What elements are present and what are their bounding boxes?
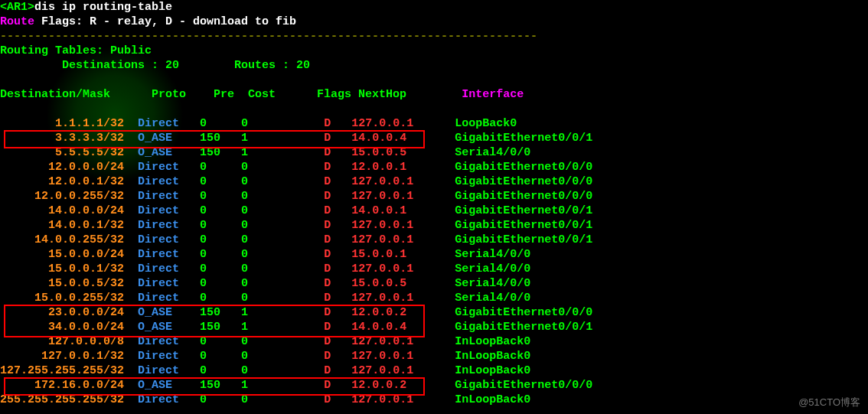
route-row: 15.0.0.1/32 Direct 0 0 D 127.0.0.1 Seria…	[0, 262, 868, 276]
route-dest: 127.255.255.255/32	[0, 364, 124, 377]
hdr-interface: Interface	[462, 88, 524, 101]
blank-2	[0, 102, 868, 116]
route-row: 127.0.0.0/8 Direct 0 0 D 127.0.0.1 InLoo…	[0, 334, 868, 349]
route-pre: 0	[200, 364, 234, 377]
route-interface: GigabitEthernet0/0/0	[455, 379, 592, 392]
route-flags: D	[324, 146, 331, 159]
route-row: 34.0.0.0/24 O_ASE 150 1 D 14.0.0.4 Gigab…	[0, 320, 868, 334]
route-row: 15.0.0.0/24 Direct 0 0 D 15.0.0.1 Serial…	[0, 247, 868, 262]
route-nexthop: 127.0.0.1	[351, 350, 455, 363]
route-cost: 1	[241, 379, 269, 392]
route-proto: O_ASE	[138, 306, 186, 319]
route-interface: Serial4/0/0	[455, 277, 530, 290]
route-dest: 15.0.0.255/32	[0, 292, 124, 305]
route-nexthop: 15.0.0.5	[351, 277, 455, 290]
route-proto: Direct	[138, 262, 186, 275]
route-flags: D	[324, 321, 331, 334]
route-interface: GigabitEthernet0/0/1	[455, 321, 592, 334]
route-nexthop: 12.0.0.1	[351, 161, 455, 174]
route-dest: 15.0.0.1/32	[0, 262, 124, 275]
route-dest: 255.255.255.255/32	[0, 393, 124, 406]
route-cost: 0	[241, 335, 269, 348]
route-cost: 0	[241, 204, 269, 217]
routes-count-value: 20	[296, 59, 310, 72]
route-nexthop: 127.0.0.1	[351, 292, 455, 305]
route-pre: 0	[200, 248, 234, 261]
route-cost: 0	[241, 175, 269, 188]
route-dest: 127.0.0.1/32	[0, 350, 124, 363]
route-nexthop: 14.0.0.4	[351, 132, 455, 145]
route-row: 172.16.0.0/24 O_ASE 150 1 D 12.0.0.2 Gig…	[0, 378, 868, 393]
route-row: 5.5.5.5/32 O_ASE 150 1 D 15.0.0.5 Serial…	[0, 145, 868, 160]
route-flags-desc: Flags: R - relay, D - download to fib	[34, 15, 296, 28]
route-flags: D	[324, 306, 331, 319]
route-proto: Direct	[138, 219, 186, 232]
separator-line: ----------------------------------------…	[0, 30, 537, 43]
route-dest: 14.0.0.0/24	[0, 204, 124, 217]
route-proto: Direct	[138, 292, 186, 305]
route-cost: 0	[241, 161, 269, 174]
route-cost: 0	[241, 117, 269, 130]
route-cost: 1	[241, 132, 269, 145]
route-pre: 150	[200, 379, 234, 392]
route-pre: 0	[200, 233, 234, 246]
route-dest: 12.0.0.0/24	[0, 161, 124, 174]
route-flags: D	[324, 132, 331, 145]
route-flags: D	[324, 117, 331, 130]
route-dest: 15.0.0.0/24	[0, 248, 124, 261]
route-proto: Direct	[138, 161, 186, 174]
route-proto: Direct	[138, 364, 186, 377]
prompt-host: <AR1>	[0, 1, 34, 14]
route-row: 15.0.0.5/32 Direct 0 0 D 15.0.0.5 Serial…	[0, 276, 868, 291]
route-cost: 0	[241, 393, 269, 406]
route-row: 12.0.0.255/32 Direct 0 0 D 127.0.0.1 Gig…	[0, 189, 868, 204]
route-proto: Direct	[138, 277, 186, 290]
route-flags: D	[324, 161, 331, 174]
route-flags: D	[324, 350, 331, 363]
route-flags: D	[324, 233, 331, 246]
route-dest: 34.0.0.0/24	[0, 321, 124, 334]
route-flags-word: Route	[0, 15, 34, 28]
route-interface: InLoopBack0	[455, 335, 530, 348]
route-cost: 0	[241, 350, 269, 363]
header-row: Destination/Mask Proto Pre Cost Flags Ne…	[0, 87, 868, 102]
route-row: 14.0.0.1/32 Direct 0 0 D 127.0.0.1 Gigab…	[0, 218, 868, 233]
route-pre: 150	[200, 146, 234, 159]
route-interface: InLoopBack0	[455, 364, 530, 377]
route-interface: GigabitEthernet0/0/1	[455, 204, 592, 217]
route-interface: Serial4/0/0	[455, 262, 530, 275]
route-cost: 0	[241, 292, 269, 305]
route-pre: 150	[200, 132, 234, 145]
route-proto: O_ASE	[138, 132, 186, 145]
route-cost: 0	[241, 219, 269, 232]
route-flags: D	[324, 219, 331, 232]
command-text: dis ip routing-table	[34, 1, 172, 14]
route-interface: GigabitEthernet0/0/0	[455, 306, 592, 319]
route-cost: 0	[241, 248, 269, 261]
route-pre: 0	[200, 350, 234, 363]
separator: ----------------------------------------…	[0, 29, 868, 44]
route-proto: O_ASE	[138, 321, 186, 334]
route-nexthop: 127.0.0.1	[351, 262, 455, 275]
route-dest: 172.16.0.0/24	[0, 379, 124, 392]
route-row: 23.0.0.0/24 O_ASE 150 1 D 12.0.0.2 Gigab…	[0, 305, 868, 320]
route-dest: 5.5.5.5/32	[0, 146, 124, 159]
route-pre: 150	[200, 306, 234, 319]
route-pre: 150	[200, 321, 234, 334]
route-proto: Direct	[138, 175, 186, 188]
route-row: 12.0.0.1/32 Direct 0 0 D 127.0.0.1 Gigab…	[0, 174, 868, 189]
route-interface: Serial4/0/0	[455, 248, 530, 261]
route-interface: InLoopBack0	[455, 350, 530, 363]
hdr-cost: Cost	[248, 88, 317, 101]
route-proto: Direct	[138, 248, 186, 261]
route-nexthop: 14.0.0.4	[351, 321, 455, 334]
route-nexthop: 127.0.0.1	[351, 190, 455, 203]
route-nexthop: 127.0.0.1	[351, 117, 455, 130]
route-row: 127.255.255.255/32 Direct 0 0 D 127.0.0.…	[0, 363, 868, 378]
route-nexthop: 127.0.0.1	[351, 364, 455, 377]
route-dest: 12.0.0.1/32	[0, 175, 124, 188]
route-flags: D	[324, 277, 331, 290]
route-flags: D	[324, 364, 331, 377]
route-interface: GigabitEthernet0/0/0	[455, 161, 592, 174]
route-proto: Direct	[138, 335, 186, 348]
